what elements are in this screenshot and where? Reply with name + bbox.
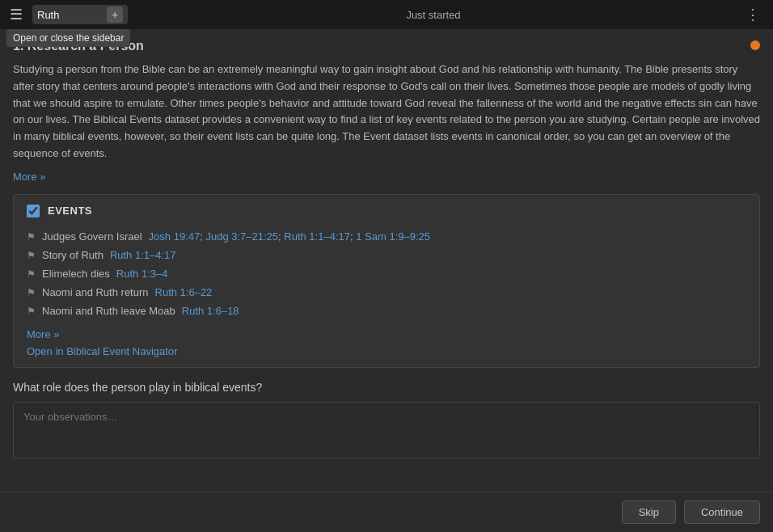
event-ref-link[interactable]: Ruth 1:3–4 bbox=[116, 268, 168, 280]
event-ref-link[interactable]: Judg 3:7–21:25 bbox=[205, 230, 278, 243]
event-list: ⚑ Judges Govern Israel Josh 19:47; Judg … bbox=[27, 227, 746, 320]
event-label: Naomi and Ruth leave Moab bbox=[42, 305, 175, 317]
orange-dot bbox=[750, 40, 760, 50]
events-checkbox[interactable] bbox=[27, 205, 40, 217]
description-more-link[interactable]: More » bbox=[13, 171, 45, 183]
hamburger-button[interactable]: ☰ bbox=[6, 2, 26, 27]
flag-icon: ⚑ bbox=[27, 268, 36, 280]
event-label: Elimelech dies bbox=[42, 268, 110, 280]
list-item: ⚑ Story of Ruth Ruth 1:1–4:17 bbox=[27, 246, 746, 264]
list-item: ⚑ Judges Govern Israel Josh 19:47; Judg … bbox=[27, 227, 746, 246]
list-item: ⚑ Elimelech dies Ruth 1:3–4 bbox=[27, 264, 746, 283]
event-label: Judges Govern Israel bbox=[42, 230, 142, 243]
role-question: What role does the person play in biblic… bbox=[13, 381, 760, 394]
tab-wrapper: + bbox=[32, 5, 128, 24]
list-item: ⚑ Naomi and Ruth leave Moab Ruth 1:6–18 bbox=[27, 302, 746, 320]
flag-icon: ⚑ bbox=[27, 250, 36, 261]
main-content: 1. Research a Person Studying a person f… bbox=[0, 29, 773, 532]
event-ref-link[interactable]: Ruth 1:1–4:17 bbox=[110, 249, 176, 261]
skip-button[interactable]: Skip bbox=[622, 500, 676, 524]
observations-textarea[interactable] bbox=[13, 402, 760, 458]
continue-button[interactable]: Continue bbox=[684, 500, 760, 524]
top-bar-right: ⋮ bbox=[739, 2, 767, 27]
event-ref-link[interactable]: Ruth 1:1–4:17 bbox=[284, 230, 350, 243]
top-bar: ☰ + Just started ⋮ bbox=[0, 0, 773, 29]
top-bar-left: ☰ + bbox=[6, 2, 128, 27]
ellipsis-button[interactable]: ⋮ bbox=[739, 2, 767, 27]
description-text: Studying a person from the Bible can be … bbox=[13, 61, 760, 163]
events-title: EVENTS bbox=[48, 205, 92, 217]
events-panel: EVENTS ⚑ Judges Govern Israel Josh 19:47… bbox=[13, 194, 760, 368]
event-ref-link[interactable]: Ruth 1:6–22 bbox=[155, 286, 213, 298]
flag-icon: ⚑ bbox=[27, 306, 36, 317]
sidebar-tooltip: Open or close the sidebar bbox=[6, 29, 130, 47]
open-navigator-link[interactable]: Open in Biblical Event Navigator bbox=[27, 345, 746, 357]
event-ref-link[interactable]: Josh 19:47 bbox=[149, 230, 201, 243]
event-ref-link[interactable]: Ruth 1:6–18 bbox=[182, 305, 239, 317]
tab-name-input[interactable] bbox=[37, 9, 102, 21]
events-more-link[interactable]: More » bbox=[27, 328, 746, 340]
list-item: ⚑ Naomi and Ruth return Ruth 1:6–22 bbox=[27, 283, 746, 302]
status-text: Just started bbox=[406, 9, 460, 21]
add-tab-button[interactable]: + bbox=[107, 6, 123, 23]
event-label: Naomi and Ruth return bbox=[42, 286, 149, 298]
flag-icon: ⚑ bbox=[27, 287, 36, 298]
event-label: Story of Ruth bbox=[42, 249, 103, 261]
event-ref-link[interactable]: 1 Sam 1:9–9:25 bbox=[356, 230, 430, 243]
flag-icon: ⚑ bbox=[27, 231, 36, 243]
bottom-bar: Skip Continue bbox=[0, 492, 773, 532]
event-refs: Josh 19:47; Judg 3:7–21:25; Ruth 1:1–4:1… bbox=[149, 230, 430, 243]
events-header: EVENTS bbox=[27, 205, 746, 217]
